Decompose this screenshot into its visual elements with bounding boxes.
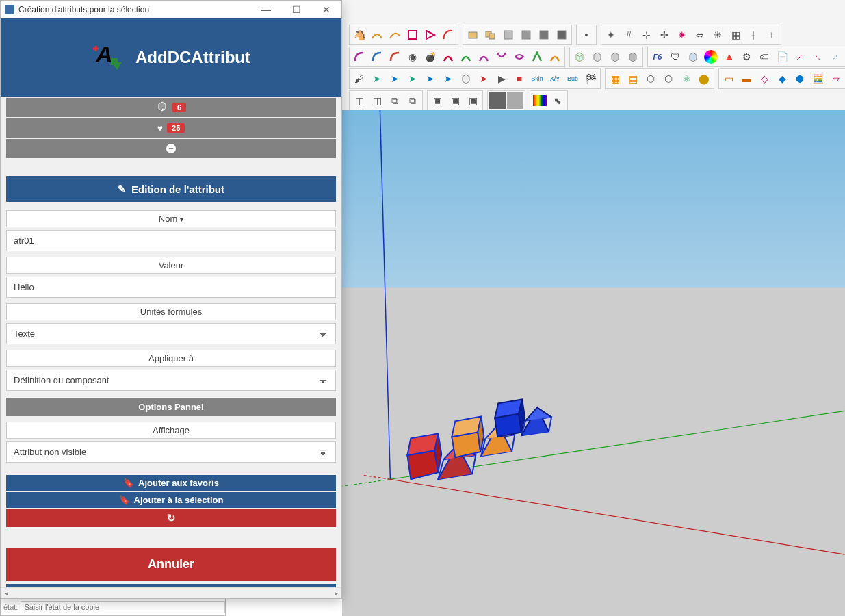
tool-rect2-icon[interactable]: ▬ [738,70,755,87]
add-favorites-button[interactable]: 🔖 Ajouter aux favoris [6,475,336,491]
tool-shade1-icon[interactable] [489,92,506,109]
tool-arc2-icon[interactable] [369,49,385,65]
tool-target-icon[interactable]: ◉ [404,49,421,65]
tool-arc5-icon[interactable] [458,49,474,65]
create-list-button[interactable]: Créer la liste d'attributs [6,584,336,587]
tool-sphere-icon[interactable]: ⬤ [696,70,712,87]
tool-arc1-icon[interactable] [351,49,367,65]
tool-slash2-icon[interactable]: ⟍ [809,49,826,65]
tool-bub-icon[interactable]: Bub [564,70,581,87]
tool-shield3-icon[interactable]: ⬡ [660,70,677,87]
tool-box6-icon[interactable] [554,27,570,43]
collapse-bar[interactable]: − [6,139,336,158]
minimize-button[interactable]: — [251,1,281,18]
tool-tag-icon[interactable]: 🏷 [756,49,772,65]
tool-arc8-icon[interactable] [511,49,528,65]
refresh-button[interactable]: ↻ [6,509,336,527]
titlebar[interactable]: Création d'attributs pour la sélection —… [1,1,341,18]
tool-brush-icon[interactable]: 🖌 [351,70,367,87]
tool-note-icon[interactable]: ▱ [827,70,844,87]
close-button[interactable]: ✕ [311,1,341,18]
scroll-right-icon[interactable]: ▸ [330,588,341,599]
options-panel-button[interactable]: Options Pannel [6,398,336,416]
tool-calc-icon[interactable]: 🧮 [809,70,826,87]
tool-arc9-icon[interactable] [529,49,545,65]
tool-grid1-icon[interactable]: # [621,27,637,43]
components-count-bar[interactable]: 6 [6,98,336,117]
tool-grid4-icon[interactable]: ▤ [625,70,641,87]
tool-play-icon[interactable]: ▶ [493,70,510,87]
name-input[interactable] [6,230,336,251]
tool-layer2-icon[interactable]: ▣ [447,92,463,109]
model-pyramid-blue[interactable] [521,407,551,435]
tool-box3-icon[interactable] [500,27,517,43]
tool-cube6-icon[interactable] [458,70,474,87]
tool-flag-icon[interactable]: 🏁 [582,70,599,87]
tool-arrow3-icon[interactable]: ➤ [404,70,421,87]
tool-origin-icon[interactable]: ✦ [603,27,619,43]
tool-shield-icon[interactable]: 🛡 [667,49,684,65]
tool-grid3-icon[interactable]: ▦ [607,70,623,87]
tool-atom-icon[interactable]: ⚛ [678,70,694,87]
tool-burst-icon[interactable]: ✷ [674,27,690,43]
tool-diamond1-icon[interactable]: ◇ [756,70,772,87]
tool-skin-icon[interactable]: Skin [529,70,545,87]
tool-arc10-icon[interactable] [547,49,563,65]
tool-doc-icon[interactable]: 📄 [774,49,790,65]
tool-xy-icon[interactable]: X/Y [547,70,563,87]
model-cube-blue[interactable] [495,399,525,437]
tool-prism-icon[interactable]: 🔺 [720,49,737,65]
tool-axis2-icon[interactable]: ✢ [656,27,673,43]
add-selection-button[interactable]: 🔖 Ajouter à la sélection [6,492,336,508]
tool-slash3-icon[interactable]: ⟋ [827,49,844,65]
apply-select[interactable]: Définition du composant [6,370,336,391]
tool-axis1-icon[interactable]: ⊹ [638,27,655,43]
tool-move1-icon[interactable]: ⇔ [692,27,708,43]
tool-dot-icon[interactable]: • [578,27,595,43]
tool-arrow5-icon[interactable]: ➤ [440,70,456,87]
tool-curve2-icon[interactable] [387,27,403,43]
tool-arc-icon[interactable] [440,27,456,43]
units-select[interactable]: Texte [6,323,336,344]
cancel-button[interactable]: Annuler [6,548,336,581]
tool-diamond2-icon[interactable]: ◆ [774,70,790,87]
etat-input[interactable] [21,601,225,613]
tool-snap1-icon[interactable]: ✳ [710,27,726,43]
tool-comp2-icon[interactable]: ◫ [369,92,385,109]
tool-shade2-icon[interactable] [507,92,523,109]
tool-curve1-icon[interactable] [369,27,385,43]
tool-cube1-icon[interactable] [571,49,588,65]
tool-cursor-icon[interactable]: ⬉ [549,92,566,109]
tool-horse-icon[interactable]: 🐴 [351,27,367,43]
tool-grid2-icon[interactable]: ▦ [727,27,744,43]
value-input[interactable] [6,277,336,298]
tool-f6-icon[interactable]: F6 [649,49,666,65]
tool-bomb-icon[interactable]: 💣 [422,49,439,65]
tool-gear-icon[interactable]: ⚙ [738,49,755,65]
3d-viewport[interactable] [342,110,845,616]
tool-comp4-icon[interactable]: ⧉ [404,92,421,109]
tool-box1-icon[interactable] [465,27,481,43]
tool-rainbow-icon[interactable] [532,92,548,109]
tool-colorwheel-icon[interactable] [703,49,719,65]
tool-slash1-icon[interactable]: ⟋ [792,49,808,65]
tool-box2-icon[interactable] [482,27,499,43]
tool-arc4-icon[interactable] [440,49,456,65]
tool-stop-icon[interactable]: ■ [511,70,528,87]
maximize-button[interactable]: ☐ [281,1,311,18]
tool-ruler-icon[interactable]: ⟊ [745,27,762,43]
tool-box4-icon[interactable] [518,27,534,43]
tool-cube3-icon[interactable] [607,49,623,65]
horizontal-scrollbar[interactable]: ◂ ▸ [1,587,341,598]
model-cube-orange[interactable] [452,416,484,457]
tool-comp1-icon[interactable]: ◫ [351,92,367,109]
name-label[interactable]: Nom▾ [6,210,336,227]
tool-arc6-icon[interactable] [476,49,492,65]
tool-rect1-icon[interactable]: ▭ [720,70,737,87]
tool-arrow1-icon[interactable]: ➤ [369,70,385,87]
tool-cube4-icon[interactable] [625,49,641,65]
tool-hex-icon[interactable]: ⬢ [792,70,808,87]
favorites-count-bar[interactable]: ♥ 25 [6,118,336,138]
tool-measure-icon[interactable]: ⟂ [763,27,779,43]
tool-arrow4-icon[interactable]: ➤ [422,70,439,87]
